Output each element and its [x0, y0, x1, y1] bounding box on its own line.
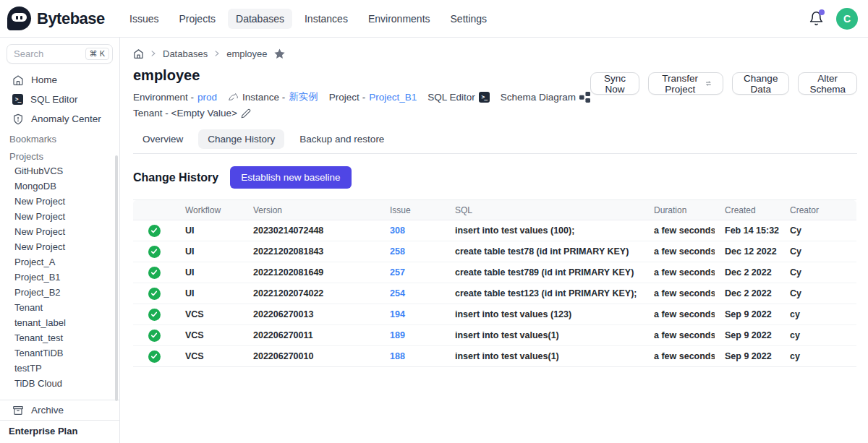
meta-instance: Instance - 新实例: [228, 90, 318, 103]
table-row[interactable]: VCS 202206270013 194 insert into test va…: [133, 304, 856, 325]
sidebar-scrollbar[interactable]: [115, 155, 118, 401]
col-workflow: Workflow: [175, 200, 243, 220]
project-link[interactable]: Project_B1: [369, 92, 417, 103]
sidebar: ⌘ K Home >_ SQL Editor Anomaly Center Bo…: [0, 38, 120, 443]
issue-link[interactable]: 257: [390, 267, 405, 278]
transfer-project-button[interactable]: Transfer Project: [648, 72, 723, 95]
success-check-icon: [148, 225, 161, 237]
nav-item-settings[interactable]: Settings: [443, 9, 495, 29]
alter-schema-button[interactable]: Alter Schema: [798, 72, 857, 95]
meta-tenant: Tenant - <Empty Value>: [133, 108, 251, 119]
bytebase-logo-icon: [7, 7, 31, 30]
terminal-icon: >_: [12, 94, 23, 105]
sync-now-button[interactable]: Sync Now: [590, 72, 639, 95]
sidebar-project-item[interactable]: Tenant: [0, 300, 119, 315]
issue-link[interactable]: 258: [390, 246, 405, 257]
sidebar-project-item[interactable]: New Project: [0, 194, 119, 209]
section-title: Change History: [133, 171, 218, 184]
bytebase-logo[interactable]: Bytebase: [7, 7, 122, 30]
sidebar-project-item[interactable]: Project_B2: [0, 285, 119, 300]
edit-pencil-icon[interactable]: [241, 108, 251, 119]
tab-overview[interactable]: Overview: [133, 129, 192, 149]
table-row[interactable]: VCS 202206270010 188 insert into test va…: [133, 346, 856, 367]
sidebar-item-anomaly-center[interactable]: Anomaly Center: [0, 109, 119, 129]
page-title: employee: [133, 67, 590, 84]
nav-item-environments[interactable]: Environments: [360, 9, 438, 29]
breadcrumb-item[interactable]: Databases: [163, 48, 208, 59]
table-row[interactable]: UI 20221202081843 258 create table test7…: [133, 241, 856, 262]
sidebar-project-item[interactable]: Tenant_test: [0, 330, 119, 345]
nav-item-issues[interactable]: Issues: [122, 9, 166, 29]
tab-backup-and-restore[interactable]: Backup and restore: [290, 129, 393, 149]
sidebar-section-projects: Projects: [0, 149, 119, 163]
sidebar-item-archive[interactable]: Archive: [0, 400, 119, 420]
issue-link[interactable]: 188: [390, 351, 405, 361]
top-bar: Bytebase Issues Projects Databases Insta…: [0, 0, 868, 38]
col-version: Version: [243, 200, 380, 220]
change-data-button[interactable]: Change Data: [732, 72, 789, 95]
table-row[interactable]: VCS 202206270011 189 insert into test va…: [133, 325, 856, 346]
nav-item-projects[interactable]: Projects: [171, 9, 224, 29]
change-history-table: Workflow Version Issue SQL Duration Crea…: [133, 199, 856, 367]
brand-name: Bytebase: [37, 9, 105, 28]
sidebar-project-item[interactable]: New Project: [0, 209, 119, 224]
success-check-icon: [148, 350, 161, 363]
notification-bell-icon[interactable]: [807, 10, 825, 27]
success-check-icon: [148, 267, 161, 279]
meta-project: Project - Project_B1: [329, 92, 417, 103]
breadcrumb-item-current: employee: [226, 48, 267, 59]
success-check-icon: [148, 309, 161, 321]
home-icon: [12, 74, 24, 86]
chevron-right-icon: [213, 50, 221, 57]
col-status: [133, 200, 175, 220]
breadcrumb-home-icon[interactable]: [133, 48, 144, 59]
instance-link[interactable]: 新实例: [289, 90, 318, 103]
sidebar-project-item[interactable]: TiDB Cloud: [0, 376, 119, 391]
nav-item-instances[interactable]: Instances: [297, 9, 356, 29]
main-content: Databases employee employee Environment …: [120, 38, 868, 443]
sidebar-project-item[interactable]: TenantTiDB: [0, 345, 119, 361]
table-header-row: Workflow Version Issue SQL Duration Crea…: [133, 200, 856, 220]
schema-diagram-icon: [579, 92, 590, 103]
table-row[interactable]: UI 20221202074022 254 create table test1…: [133, 283, 856, 304]
issue-link[interactable]: 308: [390, 225, 405, 236]
mysql-dolphin-icon: [228, 92, 239, 103]
search-shortcut-badge: ⌘ K: [85, 48, 109, 60]
sidebar-project-item[interactable]: Project_B1: [0, 270, 119, 285]
sidebar-item-sql-editor[interactable]: >_ SQL Editor: [0, 90, 119, 109]
avatar[interactable]: C: [836, 8, 858, 30]
sidebar-project-item[interactable]: New Project: [0, 239, 119, 254]
search-input[interactable]: [14, 48, 79, 59]
sidebar-project-item[interactable]: Project_A: [0, 254, 119, 270]
schema-diagram-link[interactable]: Schema Diagram: [501, 92, 590, 103]
tab-change-history[interactable]: Change History: [198, 129, 284, 149]
sidebar-project-item[interactable]: New Project: [0, 224, 119, 239]
sidebar-section-bookmarks: Bookmarks: [0, 132, 119, 146]
col-duration: Duration: [644, 200, 715, 220]
sidebar-item-home[interactable]: Home: [0, 70, 119, 90]
success-check-icon: [148, 288, 161, 300]
page-actions: Sync Now Transfer Project Change Data Al…: [590, 72, 857, 95]
tab-bar: Overview Change History Backup and resto…: [133, 129, 857, 149]
sidebar-project-item[interactable]: testTP: [0, 361, 119, 376]
establish-baseline-button[interactable]: Establish new baseline: [230, 166, 351, 189]
table-row[interactable]: UI 20221202081649 257 create table test7…: [133, 262, 856, 283]
issue-link[interactable]: 194: [390, 309, 405, 319]
nav-item-databases[interactable]: Databases: [228, 9, 292, 29]
col-issue: Issue: [380, 200, 445, 220]
plan-label[interactable]: Enterprise Plan: [0, 421, 119, 443]
col-created: Created: [715, 200, 780, 220]
sidebar-project-item[interactable]: tenant_label: [0, 315, 119, 330]
sidebar-project-item[interactable]: GitHubVCS: [0, 163, 119, 179]
issue-link[interactable]: 189: [390, 330, 405, 340]
sql-editor-link[interactable]: SQL Editor >_: [427, 92, 490, 103]
sidebar-project-item[interactable]: MongoDB: [0, 179, 119, 194]
issue-link[interactable]: 254: [390, 288, 405, 298]
environment-link[interactable]: prod: [197, 92, 217, 103]
success-check-icon: [148, 246, 161, 258]
breadcrumb: Databases employee: [133, 46, 857, 61]
shield-icon: [12, 113, 24, 125]
table-row[interactable]: UI 20230214072448 308 insert into test v…: [133, 220, 856, 241]
bookmark-star-icon[interactable]: [273, 48, 286, 60]
search-box[interactable]: ⌘ K: [7, 44, 113, 64]
